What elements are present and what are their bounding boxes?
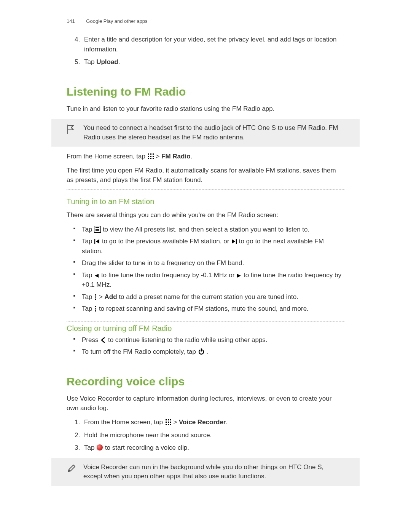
svg-rect-7 <box>150 158 151 159</box>
list-item: From the Home screen, tap > Voice Record… <box>82 417 344 427</box>
svg-rect-16 <box>95 296 96 297</box>
text-pre: Tap <box>82 272 94 279</box>
all-apps-icon <box>147 153 154 160</box>
svg-rect-6 <box>148 158 149 159</box>
text-post: to view the All presets list, and then s… <box>103 226 309 233</box>
text-pre: Tap <box>82 238 94 245</box>
svg-rect-13 <box>94 239 95 244</box>
overflow-menu-icon <box>94 306 97 312</box>
svg-point-34 <box>97 444 103 451</box>
text-bold: Add <box>105 293 117 300</box>
svg-rect-28 <box>166 422 167 423</box>
closing-bullets: Press to continue listening to the radio… <box>67 335 344 357</box>
text-mid: to fine tune the radio frequency by -0.1… <box>101 272 236 279</box>
text-mid: > <box>173 419 179 426</box>
background-note: Voice Recorder can run in the background… <box>51 458 360 486</box>
tuning-subtitle: Tuning in to an FM station <box>67 197 344 206</box>
all-apps-icon <box>165 419 172 425</box>
text-post: to repeat scanning and saving of FM stat… <box>99 305 309 312</box>
list-item: Tap to view the All presets list, and th… <box>82 225 344 235</box>
list-menu-icon <box>94 226 101 233</box>
step-text: Hold the microphone near the sound sourc… <box>84 431 212 439</box>
svg-rect-32 <box>168 424 169 425</box>
svg-rect-27 <box>170 419 171 420</box>
list-item: To turn off the FM Radio completely, tap… <box>82 347 344 357</box>
headset-required-note: You need to connect a headset first to t… <box>51 119 360 147</box>
svg-rect-0 <box>148 153 149 155</box>
text-mid: > <box>99 293 105 300</box>
step-text-pre: Tap <box>84 58 96 66</box>
svg-rect-11 <box>96 229 99 230</box>
overflow-menu-icon <box>94 294 97 300</box>
power-icon <box>198 348 205 355</box>
text-pre: Tap <box>84 444 96 451</box>
svg-rect-12 <box>96 230 99 231</box>
list-item: Tap Upload. <box>82 57 344 67</box>
voice-intro: Use Voice Recorder to capture informatio… <box>67 394 344 413</box>
document-page: 141 Google Play and other apps Enter a t… <box>0 0 411 532</box>
fm-radio-title: Listening to FM Radio <box>67 82 344 98</box>
svg-rect-29 <box>168 422 169 423</box>
text-post: . <box>206 348 208 355</box>
continued-steps-list: Enter a title and description for your v… <box>67 35 344 67</box>
svg-rect-30 <box>170 422 171 423</box>
tuning-intro: There are several things you can do whil… <box>67 211 344 220</box>
closing-subtitle: Closing or turning off FM Radio <box>67 321 344 333</box>
back-icon <box>100 337 106 343</box>
next-station-icon <box>231 238 237 244</box>
text-pre: Tap <box>82 305 94 312</box>
list-item: Enter a title and description for your v… <box>82 35 344 54</box>
svg-rect-19 <box>95 308 96 310</box>
step-text: Enter a title and description for your v… <box>84 36 336 53</box>
divider <box>67 189 344 190</box>
svg-rect-18 <box>95 306 96 307</box>
svg-rect-15 <box>95 294 96 296</box>
list-item: Tap to start recording a voice clip. <box>82 443 344 453</box>
svg-rect-17 <box>95 299 96 300</box>
list-item: Press to continue listening to the radio… <box>82 335 344 345</box>
list-item: Tap to repeat scanning and saving of FM … <box>82 304 344 314</box>
list-item: Tap to fine tune the radio frequency by … <box>82 270 344 290</box>
record-icon <box>96 444 103 451</box>
text-pre: Tap <box>82 226 94 233</box>
text: Drag the slider to tune in to a frequenc… <box>82 259 244 267</box>
page-number: 141 <box>67 18 75 24</box>
svg-rect-20 <box>95 310 96 312</box>
text-pre: Tap <box>82 293 94 300</box>
svg-rect-4 <box>150 156 151 157</box>
flag-icon <box>67 124 78 137</box>
step-text-bold: Upload <box>96 58 118 66</box>
svg-rect-31 <box>166 424 167 425</box>
text-bold: FM Radio <box>161 153 191 160</box>
pencil-icon <box>67 463 78 476</box>
fm-radio-intro: Tune in and listen to your favorite radi… <box>67 104 344 114</box>
note-text: Voice Recorder can run in the background… <box>83 463 344 481</box>
fine-tune-down-icon <box>94 273 99 278</box>
text-post: to add a preset name for the current sta… <box>117 293 298 300</box>
tuning-bullets: Tap to view the All presets list, and th… <box>67 225 344 314</box>
prev-station-icon <box>94 238 100 244</box>
svg-rect-26 <box>168 419 169 420</box>
step-text-post: . <box>118 58 120 66</box>
svg-rect-8 <box>153 158 154 159</box>
text-mid: to go to the previous available FM stati… <box>102 238 231 245</box>
svg-rect-1 <box>150 153 151 155</box>
list-item: Tap > Add to add a preset name for the c… <box>82 292 344 302</box>
fm-firsttime: The first time you open FM Radio, it aut… <box>67 166 344 185</box>
note-text: You need to connect a headset first to t… <box>83 123 344 142</box>
list-item: Tap to go to the previous available FM s… <box>82 236 344 256</box>
list-item: Hold the microphone near the sound sourc… <box>82 430 344 440</box>
svg-rect-14 <box>236 239 237 244</box>
svg-rect-10 <box>96 227 99 228</box>
page-header: 141 Google Play and other apps <box>67 18 344 24</box>
svg-rect-24 <box>201 348 201 351</box>
svg-rect-2 <box>153 153 154 155</box>
svg-rect-33 <box>170 424 171 425</box>
voice-steps: From the Home screen, tap > Voice Record… <box>67 417 344 453</box>
fine-tune-up-icon <box>236 273 242 278</box>
svg-rect-25 <box>166 419 167 420</box>
text-mid: > <box>156 153 161 160</box>
text-pre: Press <box>82 336 100 343</box>
voice-title: Recording voice clips <box>67 372 344 388</box>
svg-rect-5 <box>153 156 154 157</box>
